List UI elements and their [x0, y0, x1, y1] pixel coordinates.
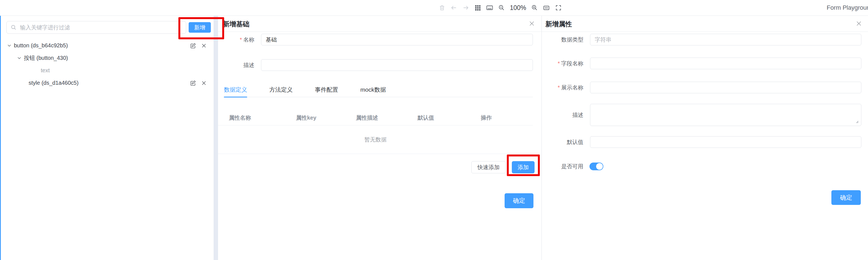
close-icon[interactable] [529, 21, 535, 27]
desc-input[interactable] [261, 59, 533, 71]
zoom-out-icon[interactable] [497, 4, 506, 12]
dialog-title: 新增基础 [223, 20, 249, 29]
confirm-button[interactable]: 确定 [831, 190, 861, 205]
tree-item-label: 按钮 (button_430) [24, 54, 68, 62]
name-input[interactable] [261, 34, 533, 45]
col-attr-name: 属性名称 [229, 114, 296, 121]
redo-arrow-icon[interactable] [462, 4, 470, 12]
data-type-select[interactable] [590, 34, 861, 45]
fullscreen-icon[interactable] [554, 4, 563, 12]
tab-event-config[interactable]: 事件配置 [315, 86, 338, 97]
default-value-label: 默认值 [542, 136, 583, 148]
add-row-button[interactable]: 添加 [512, 161, 534, 173]
col-default-value: 默认值 [417, 114, 481, 121]
zoom-level: 100% [510, 4, 526, 12]
top-toolbar: 100% Form Playground F [0, 0, 868, 16]
desc-textarea[interactable] [590, 104, 861, 126]
display-name-input[interactable] [590, 82, 861, 93]
name-field-label: * 名称 [218, 34, 254, 45]
table-empty-state: 暂无数据 [218, 125, 533, 154]
dialog-header: 新增属性 [542, 16, 868, 32]
dialog-tabs: 数据定义 方法定义 事件配置 mock数据 [224, 86, 533, 97]
col-attr-key: 属性key [296, 114, 356, 121]
app-title: Form Playground F [827, 0, 868, 15]
dialog-header: 新增基础 [218, 16, 541, 32]
tree-row-button[interactable]: button (ds_b64c92b5) [1, 39, 209, 52]
col-attr-desc: 属性描述 [356, 114, 417, 121]
search-icon [10, 24, 17, 31]
field-name-input[interactable] [590, 58, 861, 69]
tab-data-definition[interactable]: 数据定义 [224, 86, 247, 97]
delete-icon[interactable] [438, 4, 446, 12]
data-type-label: 数据类型 [542, 34, 583, 45]
dialog-title: 新增属性 [546, 20, 572, 29]
required-marker: * [558, 84, 560, 91]
panel-layout-icon[interactable] [542, 4, 551, 12]
close-icon[interactable] [856, 21, 862, 27]
required-marker: * [240, 37, 242, 43]
toggle-knob [596, 163, 603, 170]
search-input[interactable] [6, 21, 186, 34]
tree-search [6, 21, 186, 34]
enabled-label: 是否可用 [542, 162, 583, 170]
chevron-down-icon[interactable] [17, 55, 22, 60]
undo-arrow-icon[interactable] [450, 4, 458, 12]
chevron-down-icon[interactable] [7, 43, 12, 48]
component-tree-sidebar: 新增 button (ds_b64c92b5) [0, 16, 214, 260]
field-name-label: * 字段名称 [542, 58, 583, 69]
tab-mock-data[interactable]: mock数据 [360, 86, 386, 97]
display-name-label: * 展示名称 [542, 82, 583, 93]
tree-row-text[interactable]: text [1, 64, 209, 77]
enabled-toggle[interactable] [589, 162, 603, 170]
tree-item-label: button (ds_b64c92b5) [14, 42, 68, 49]
col-actions: 操作 [481, 114, 533, 121]
tree-item-label: text [41, 67, 50, 74]
add-datasource-button[interactable]: 新增 [189, 22, 211, 33]
tree-item-label: style (ds_d1a460c5) [29, 80, 79, 86]
table-action-buttons: 快速添加 添加 [471, 161, 534, 173]
dialog-add-base: 新增基础 * 名称 描述 数据定义 方法定义 事件配置 mock数据 属性名称 … [218, 16, 541, 260]
app-screen: 100% Form Playground F [0, 0, 868, 260]
close-icon[interactable] [202, 43, 207, 48]
canvas-toolbar: 100% [438, 0, 563, 15]
grid-icon[interactable] [473, 4, 482, 12]
desc-field-label: 描述 [218, 59, 254, 71]
tree-row-anniu[interactable]: 按钮 (button_430) [1, 52, 209, 64]
default-value-input[interactable] [590, 136, 861, 148]
desc-label: 描述 [542, 104, 583, 126]
edit-icon[interactable] [190, 43, 196, 49]
edit-icon[interactable] [190, 80, 196, 86]
dialog-add-attribute: 新增属性 数据类型 * 字段名称 * 展示名称 描述 [542, 16, 868, 260]
tree-row-style[interactable]: style (ds_d1a460c5) [1, 77, 209, 89]
confirm-button[interactable]: 确定 [505, 193, 533, 208]
zoom-in-icon[interactable] [530, 4, 539, 12]
quick-add-button[interactable]: 快速添加 [471, 161, 506, 173]
datasource-tree: button (ds_b64c92b5) [1, 39, 209, 89]
sidebar-divider [214, 16, 218, 260]
close-icon[interactable] [202, 81, 207, 85]
required-marker: * [558, 60, 560, 67]
tab-method-definition[interactable]: 方法定义 [269, 86, 293, 97]
attr-table-header: 属性名称 属性key 属性描述 默认值 操作 [218, 110, 533, 125]
keyboard-icon[interactable] [486, 4, 494, 12]
